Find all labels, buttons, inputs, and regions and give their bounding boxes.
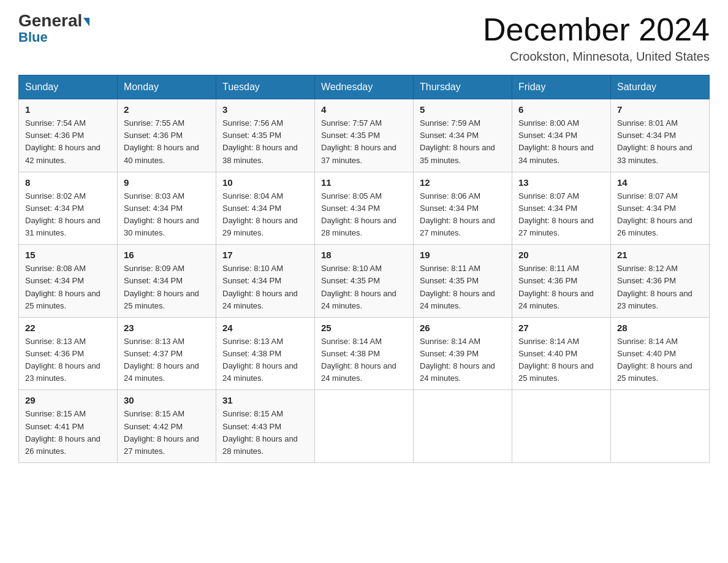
day-number: 11 [321, 177, 407, 188]
logo-text-general: General [18, 12, 89, 29]
day-info: Sunrise: 8:14 AMSunset: 4:39 PMDaylight:… [420, 337, 495, 383]
weekday-header-tuesday: Tuesday [216, 75, 315, 99]
calendar-cell [611, 390, 710, 463]
title-section: December 2024 Crookston, Minnesota, Unit… [483, 12, 710, 64]
calendar-cell: 6 Sunrise: 8:00 AMSunset: 4:34 PMDayligh… [512, 99, 611, 172]
calendar-cell: 13 Sunrise: 8:07 AMSunset: 4:34 PMDaylig… [512, 172, 611, 245]
day-info: Sunrise: 8:15 AMSunset: 4:42 PMDaylight:… [124, 409, 199, 455]
day-info: Sunrise: 8:11 AMSunset: 4:35 PMDaylight:… [420, 264, 495, 310]
day-number: 31 [222, 395, 308, 405]
calendar-cell: 26 Sunrise: 8:14 AMSunset: 4:39 PMDaylig… [414, 317, 512, 390]
page-header: General Blue December 2024 Crookston, Mi… [18, 12, 710, 64]
calendar-cell: 9 Sunrise: 8:03 AMSunset: 4:34 PMDayligh… [118, 172, 216, 245]
calendar-week-2: 8 Sunrise: 8:02 AMSunset: 4:34 PMDayligh… [19, 172, 710, 245]
day-info: Sunrise: 8:13 AMSunset: 4:38 PMDaylight:… [222, 337, 298, 383]
day-info: Sunrise: 8:14 AMSunset: 4:38 PMDaylight:… [321, 337, 396, 383]
day-number: 20 [518, 250, 604, 260]
day-number: 3 [222, 104, 308, 115]
day-number: 7 [617, 104, 703, 115]
day-number: 19 [420, 250, 506, 260]
calendar-cell: 4 Sunrise: 7:57 AMSunset: 4:35 PMDayligh… [315, 99, 414, 172]
calendar-subtitle: Crookston, Minnesota, United States [483, 50, 710, 64]
day-number: 5 [420, 104, 506, 115]
calendar-title: December 2024 [483, 12, 710, 47]
weekday-header-monday: Monday [118, 75, 216, 99]
day-number: 16 [124, 250, 210, 260]
day-number: 12 [420, 177, 506, 188]
calendar-cell: 1 Sunrise: 7:54 AMSunset: 4:36 PMDayligh… [19, 99, 118, 172]
calendar-cell: 20 Sunrise: 8:11 AMSunset: 4:36 PMDaylig… [512, 245, 611, 318]
weekday-header-thursday: Thursday [414, 75, 512, 99]
day-info: Sunrise: 8:07 AMSunset: 4:34 PMDaylight:… [617, 191, 692, 237]
calendar-cell: 25 Sunrise: 8:14 AMSunset: 4:38 PMDaylig… [315, 317, 414, 390]
day-number: 6 [518, 104, 604, 115]
weekday-header-saturday: Saturday [611, 75, 710, 99]
logo: General Blue [18, 12, 89, 44]
day-info: Sunrise: 8:07 AMSunset: 4:34 PMDaylight:… [518, 191, 594, 237]
day-info: Sunrise: 8:15 AMSunset: 4:43 PMDaylight:… [222, 409, 298, 455]
calendar-cell: 5 Sunrise: 7:59 AMSunset: 4:34 PMDayligh… [414, 99, 512, 172]
calendar-cell: 21 Sunrise: 8:12 AMSunset: 4:36 PMDaylig… [611, 245, 710, 318]
calendar-cell: 12 Sunrise: 8:06 AMSunset: 4:34 PMDaylig… [414, 172, 512, 245]
calendar-cell [512, 390, 611, 463]
day-info: Sunrise: 8:06 AMSunset: 4:34 PMDaylight:… [420, 191, 495, 237]
day-info: Sunrise: 8:14 AMSunset: 4:40 PMDaylight:… [518, 337, 594, 383]
day-info: Sunrise: 8:14 AMSunset: 4:40 PMDaylight:… [617, 337, 692, 383]
day-info: Sunrise: 8:01 AMSunset: 4:34 PMDaylight:… [617, 118, 692, 164]
day-number: 18 [321, 250, 407, 260]
calendar-cell: 17 Sunrise: 8:10 AMSunset: 4:34 PMDaylig… [216, 245, 315, 318]
day-number: 13 [518, 177, 604, 188]
day-number: 17 [222, 250, 308, 260]
weekday-header-row: SundayMondayTuesdayWednesdayThursdayFrid… [19, 75, 710, 99]
calendar-week-1: 1 Sunrise: 7:54 AMSunset: 4:36 PMDayligh… [19, 99, 710, 172]
calendar-week-5: 29 Sunrise: 8:15 AMSunset: 4:41 PMDaylig… [19, 390, 710, 463]
day-number: 29 [25, 395, 111, 405]
day-number: 21 [617, 250, 703, 260]
day-number: 26 [420, 323, 506, 333]
day-number: 27 [518, 323, 604, 333]
day-info: Sunrise: 8:10 AMSunset: 4:34 PMDaylight:… [222, 264, 298, 310]
day-info: Sunrise: 7:54 AMSunset: 4:36 PMDaylight:… [25, 118, 100, 164]
day-number: 8 [25, 177, 111, 188]
calendar-cell: 16 Sunrise: 8:09 AMSunset: 4:34 PMDaylig… [118, 245, 216, 318]
day-info: Sunrise: 7:56 AMSunset: 4:35 PMDaylight:… [222, 118, 298, 164]
calendar-week-4: 22 Sunrise: 8:13 AMSunset: 4:36 PMDaylig… [19, 317, 710, 390]
calendar-cell: 28 Sunrise: 8:14 AMSunset: 4:40 PMDaylig… [611, 317, 710, 390]
day-number: 9 [124, 177, 210, 188]
day-info: Sunrise: 8:08 AMSunset: 4:34 PMDaylight:… [25, 264, 100, 310]
day-info: Sunrise: 8:00 AMSunset: 4:34 PMDaylight:… [518, 118, 594, 164]
calendar-cell: 19 Sunrise: 8:11 AMSunset: 4:35 PMDaylig… [414, 245, 512, 318]
weekday-header-wednesday: Wednesday [315, 75, 414, 99]
calendar-cell: 8 Sunrise: 8:02 AMSunset: 4:34 PMDayligh… [19, 172, 118, 245]
day-number: 30 [124, 395, 210, 405]
calendar-cell: 14 Sunrise: 8:07 AMSunset: 4:34 PMDaylig… [611, 172, 710, 245]
day-info: Sunrise: 8:02 AMSunset: 4:34 PMDaylight:… [25, 191, 100, 237]
weekday-header-friday: Friday [512, 75, 611, 99]
calendar-cell: 27 Sunrise: 8:14 AMSunset: 4:40 PMDaylig… [512, 317, 611, 390]
day-info: Sunrise: 8:09 AMSunset: 4:34 PMDaylight:… [124, 264, 199, 310]
calendar-cell: 18 Sunrise: 8:10 AMSunset: 4:35 PMDaylig… [315, 245, 414, 318]
day-number: 14 [617, 177, 703, 188]
calendar-cell: 29 Sunrise: 8:15 AMSunset: 4:41 PMDaylig… [19, 390, 118, 463]
day-info: Sunrise: 8:13 AMSunset: 4:37 PMDaylight:… [124, 337, 199, 383]
day-info: Sunrise: 8:13 AMSunset: 4:36 PMDaylight:… [25, 337, 100, 383]
day-number: 23 [124, 323, 210, 333]
day-info: Sunrise: 8:12 AMSunset: 4:36 PMDaylight:… [617, 264, 692, 310]
calendar-cell: 31 Sunrise: 8:15 AMSunset: 4:43 PMDaylig… [216, 390, 315, 463]
logo-text-blue: Blue [18, 31, 48, 44]
calendar-cell: 3 Sunrise: 7:56 AMSunset: 4:35 PMDayligh… [216, 99, 315, 172]
day-info: Sunrise: 8:11 AMSunset: 4:36 PMDaylight:… [518, 264, 594, 310]
calendar-cell: 10 Sunrise: 8:04 AMSunset: 4:34 PMDaylig… [216, 172, 315, 245]
day-number: 15 [25, 250, 111, 260]
calendar-cell [315, 390, 414, 463]
calendar-week-3: 15 Sunrise: 8:08 AMSunset: 4:34 PMDaylig… [19, 245, 710, 318]
calendar-cell: 2 Sunrise: 7:55 AMSunset: 4:36 PMDayligh… [118, 99, 216, 172]
day-info: Sunrise: 8:03 AMSunset: 4:34 PMDaylight:… [124, 191, 199, 237]
calendar-cell: 23 Sunrise: 8:13 AMSunset: 4:37 PMDaylig… [118, 317, 216, 390]
calendar-cell: 11 Sunrise: 8:05 AMSunset: 4:34 PMDaylig… [315, 172, 414, 245]
calendar-cell: 15 Sunrise: 8:08 AMSunset: 4:34 PMDaylig… [19, 245, 118, 318]
day-info: Sunrise: 7:59 AMSunset: 4:34 PMDaylight:… [420, 118, 495, 164]
day-info: Sunrise: 7:55 AMSunset: 4:36 PMDaylight:… [124, 118, 199, 164]
calendar-cell: 22 Sunrise: 8:13 AMSunset: 4:36 PMDaylig… [19, 317, 118, 390]
day-number: 28 [617, 323, 703, 333]
